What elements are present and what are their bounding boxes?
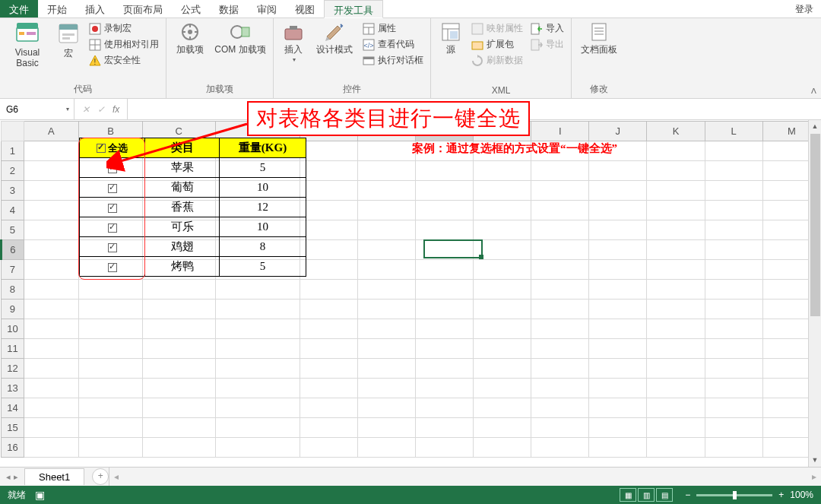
- relative-ref-button[interactable]: 使用相对引用: [87, 37, 161, 52]
- row-header[interactable]: 5: [2, 220, 24, 239]
- cell[interactable]: [24, 378, 78, 398]
- cell[interactable]: [415, 180, 473, 200]
- cell[interactable]: [474, 160, 531, 180]
- cell[interactable]: [142, 299, 215, 319]
- cell[interactable]: [24, 239, 78, 259]
- source-button[interactable]: 源: [436, 20, 466, 58]
- cell[interactable]: [474, 358, 531, 378]
- add-sheet-button[interactable]: +: [92, 468, 109, 485]
- cell[interactable]: [24, 220, 78, 239]
- cell[interactable]: [474, 338, 531, 358]
- cell[interactable]: [300, 437, 357, 457]
- cell[interactable]: [357, 299, 415, 319]
- row-checkbox-cell[interactable]: [80, 178, 145, 198]
- zoom-out-button[interactable]: −: [685, 490, 690, 500]
- row-header[interactable]: 16: [2, 437, 24, 457]
- row-header[interactable]: 11: [2, 338, 24, 358]
- cell[interactable]: [589, 239, 647, 259]
- cell[interactable]: [415, 299, 473, 319]
- cell[interactable]: [357, 358, 415, 378]
- row-header[interactable]: 8: [2, 279, 24, 299]
- cell[interactable]: [589, 160, 647, 180]
- column-header[interactable]: I: [531, 121, 589, 141]
- cell[interactable]: [531, 378, 589, 398]
- cell[interactable]: [300, 279, 357, 299]
- tab-view[interactable]: 视图: [286, 0, 324, 17]
- cell[interactable]: [589, 378, 647, 398]
- cell[interactable]: [415, 239, 473, 259]
- cell[interactable]: [357, 437, 415, 457]
- document-panel-button[interactable]: 文档面板: [576, 20, 622, 58]
- cell[interactable]: [300, 319, 357, 338]
- cell[interactable]: [647, 319, 705, 338]
- cell[interactable]: [647, 417, 705, 437]
- zoom-slider[interactable]: − + 100%: [685, 490, 813, 500]
- row-checkbox-cell[interactable]: [80, 217, 145, 237]
- cell[interactable]: [474, 239, 531, 259]
- cell[interactable]: [24, 141, 78, 160]
- cell[interactable]: [705, 417, 762, 437]
- cell[interactable]: [415, 319, 473, 338]
- cell[interactable]: [531, 279, 589, 299]
- tab-data[interactable]: 数据: [210, 0, 248, 17]
- horizontal-scrollbar[interactable]: ◂▸: [109, 468, 821, 486]
- cell[interactable]: [215, 299, 300, 319]
- cell[interactable]: [300, 200, 357, 220]
- cell[interactable]: [474, 437, 531, 457]
- cell[interactable]: [215, 437, 300, 457]
- export-button[interactable]: 导出: [528, 37, 566, 52]
- cell[interactable]: [79, 437, 143, 457]
- cell[interactable]: [215, 358, 300, 378]
- cell[interactable]: [300, 259, 357, 279]
- row-header[interactable]: 3: [2, 180, 24, 200]
- cell[interactable]: [705, 299, 762, 319]
- cell[interactable]: [215, 338, 300, 358]
- cell[interactable]: [142, 338, 215, 358]
- cell[interactable]: [142, 417, 215, 437]
- cell[interactable]: [300, 378, 357, 398]
- cell[interactable]: [647, 239, 705, 259]
- cell[interactable]: [705, 160, 762, 180]
- cell[interactable]: [300, 141, 357, 160]
- cell[interactable]: [647, 180, 705, 200]
- sheet-nav[interactable]: ◂▸: [0, 472, 24, 482]
- cell[interactable]: [647, 259, 705, 279]
- cell[interactable]: [705, 141, 762, 160]
- cell[interactable]: [79, 398, 143, 417]
- cell[interactable]: [24, 437, 78, 457]
- cell[interactable]: [415, 358, 473, 378]
- row-checkbox-cell[interactable]: [80, 158, 145, 178]
- cell[interactable]: [531, 417, 589, 437]
- cell[interactable]: [589, 437, 647, 457]
- tab-pagelayout[interactable]: 页面布局: [114, 0, 172, 17]
- normal-view-button[interactable]: ▦: [620, 488, 636, 502]
- addins-button[interactable]: 加载项: [171, 20, 209, 58]
- zoom-in-button[interactable]: +: [778, 490, 784, 500]
- cell[interactable]: [474, 319, 531, 338]
- cell[interactable]: [589, 319, 647, 338]
- row-header[interactable]: 13: [2, 378, 24, 398]
- cell[interactable]: [474, 259, 531, 279]
- row-header[interactable]: 14: [2, 398, 24, 417]
- cell[interactable]: [215, 279, 300, 299]
- cell[interactable]: [415, 417, 473, 437]
- cell[interactable]: [24, 180, 78, 200]
- cell[interactable]: [79, 417, 143, 437]
- cell[interactable]: [357, 417, 415, 437]
- insert-control-button[interactable]: 插入▾: [278, 20, 309, 65]
- cell[interactable]: [474, 398, 531, 417]
- row-header[interactable]: 12: [2, 358, 24, 378]
- row-header[interactable]: 6: [2, 239, 24, 259]
- column-header[interactable]: J: [589, 121, 647, 141]
- row-header[interactable]: 7: [2, 259, 24, 279]
- cell[interactable]: [589, 180, 647, 200]
- cell[interactable]: [531, 358, 589, 378]
- cell[interactable]: [531, 299, 589, 319]
- macro-security-button[interactable]: !宏安全性: [87, 53, 161, 68]
- cell[interactable]: [589, 417, 647, 437]
- cell[interactable]: [300, 398, 357, 417]
- column-header[interactable]: A: [24, 121, 78, 141]
- cell[interactable]: [647, 141, 705, 160]
- column-header[interactable]: K: [647, 121, 705, 141]
- design-mode-button[interactable]: 设计模式: [312, 20, 357, 58]
